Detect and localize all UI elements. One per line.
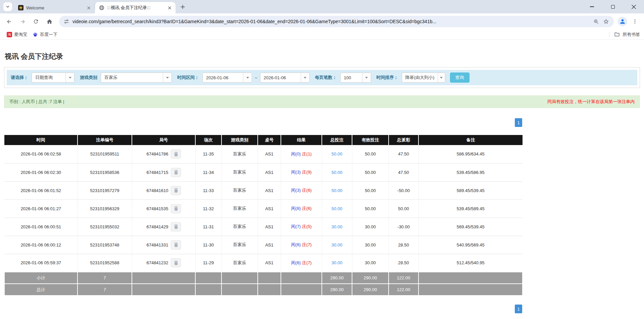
tab-welcome[interactable]: Welcome [14, 2, 95, 13]
baidu-paw-icon [33, 32, 38, 37]
currency-summary: 币别 : 人民币 | 总共 :7 注单 | [9, 99, 64, 105]
search-button[interactable]: 查询 [450, 73, 469, 83]
column-header: 总投注 [322, 135, 352, 145]
cell-session: 11-30 [195, 236, 221, 254]
tab-close-icon[interactable] [167, 5, 172, 10]
cell-session: 11-33 [195, 181, 221, 199]
back-button[interactable] [3, 16, 15, 27]
total-bet-link[interactable]: 30.00 [332, 242, 343, 247]
result-player: 闲(3) [291, 170, 301, 175]
select-type-dropdown[interactable]: 日期查询 [32, 73, 75, 83]
bookmark-taobao[interactable]: 淘 爱淘宝 [4, 31, 30, 39]
cell-total-bet: 50.00 [322, 181, 352, 199]
url-text[interactable]: videoie.com/game/betrecord_search/kind3?… [72, 19, 590, 24]
video-replay-icon [173, 151, 179, 157]
tab-betrecord[interactable]: :::视讯 会员下注纪录::: [95, 2, 176, 13]
cell-payout: 47.50 [389, 145, 418, 163]
chevron-down-icon[interactable] [243, 73, 252, 82]
total-bet-link[interactable]: 50.00 [332, 206, 343, 211]
table-header-row: 时间注单编号局号场次游戏类别桌号结果总投注有效投注总派彩备注 [4, 135, 523, 145]
cell-result: 闲(3) 庄(9) [281, 163, 322, 181]
cell-total-bet: 50.00 [322, 199, 352, 218]
video-replay-icon [173, 260, 179, 266]
tab-search-button[interactable] [3, 2, 12, 11]
sort-dropdown[interactable]: 降幂(由大到小) [402, 73, 445, 83]
cell-total-bet: 30.00 [322, 254, 352, 272]
cell-time: 2026-01-06 06:01:52 [4, 181, 78, 199]
cell-valid-bet: 30.00 [352, 218, 389, 236]
chevron-down-icon[interactable] [163, 73, 171, 82]
cell-bet-id: 523101957279 [78, 181, 132, 199]
cell-payout: 50.00 [389, 199, 418, 218]
column-header: 桌号 [258, 135, 281, 145]
cell-note: 589.45/539.45 [418, 181, 523, 199]
video-replay-button[interactable] [171, 240, 181, 249]
page-button[interactable]: 1 [515, 305, 522, 313]
address-bar[interactable]: videoie.com/game/betrecord_search/kind3?… [59, 16, 614, 27]
date-start-dropdown[interactable]: 2026-01-06 [202, 73, 252, 83]
video-replay-button[interactable] [171, 149, 181, 158]
reload-button[interactable] [30, 16, 42, 27]
cell-table-no: AS1 [258, 199, 281, 218]
tab-title: Welcome [26, 5, 83, 10]
forward-button[interactable] [17, 16, 28, 27]
cell-total-bet: 50.00 [322, 145, 352, 163]
cell-round: 674841331 [132, 236, 195, 254]
cell-bet-id: 523101958536 [78, 163, 132, 181]
date-end-dropdown[interactable]: 2026-01-06 [260, 73, 310, 83]
menu-icon[interactable] [629, 16, 641, 27]
new-tab-button[interactable] [178, 2, 187, 11]
all-bookmarks-label[interactable]: 所有书签 [623, 32, 640, 38]
game-kind-dropdown[interactable]: 百家乐 [101, 73, 172, 83]
globe-favicon-icon [99, 5, 104, 10]
bookmark-label: 爱淘宝 [14, 32, 27, 38]
bookmark-star-icon[interactable] [603, 18, 609, 25]
cell-valid-bet: 30.00 [352, 254, 389, 272]
chevron-down-icon[interactable] [362, 73, 371, 82]
site-info-icon[interactable] [64, 19, 69, 24]
total-bet-link[interactable]: 50.00 [332, 151, 343, 156]
zoom-icon[interactable] [593, 19, 599, 25]
result-banker: 庄(6) [302, 188, 312, 193]
cell-note: 512.45/540.95 [418, 254, 523, 272]
cell-table-no: AS1 [258, 254, 281, 272]
home-button[interactable] [44, 16, 55, 27]
per-page-label: 每页笔数： [315, 75, 337, 81]
total-bet-link[interactable]: 30.00 [332, 224, 343, 229]
video-replay-button[interactable] [171, 258, 181, 267]
minimize-button[interactable] [582, 0, 602, 13]
profile-avatar[interactable] [618, 17, 627, 26]
cell-note: 539.45/586.95 [418, 163, 523, 181]
per-page-dropdown[interactable]: 100 [340, 73, 371, 83]
cell-time: 2026-01-06 06:00:12 [4, 236, 78, 254]
round-number: 674841535 [146, 206, 168, 211]
foot-total-bet: 290.00 [322, 272, 352, 284]
bookmark-baidu[interactable]: 百度一下 [30, 31, 60, 39]
cell-payout: 28.50 [389, 254, 418, 272]
video-replay-button[interactable] [171, 222, 181, 231]
tab-close-icon[interactable] [86, 5, 91, 10]
round-number: 674841715 [146, 170, 168, 175]
close-button[interactable] [623, 0, 644, 13]
chevron-down-icon[interactable] [301, 73, 309, 82]
result-banker: 庄(1) [302, 151, 312, 156]
total-bet-link[interactable]: 50.00 [332, 170, 343, 175]
column-header: 结果 [281, 135, 322, 145]
cell-payout: 47.50 [389, 163, 418, 181]
cell-round: 674841610 [132, 181, 195, 199]
notice-text: 同局有效投注，统一计算在该局第一张注单内 [547, 99, 635, 105]
date-separator: ~ [255, 75, 257, 80]
bookmarks-bar: 淘 爱淘宝 百度一下 所有书签 [0, 30, 644, 40]
chevron-down-icon[interactable] [65, 73, 74, 82]
chevron-down-icon[interactable] [438, 73, 445, 82]
video-replay-button[interactable] [171, 168, 181, 177]
total-bet-link[interactable]: 30.00 [332, 260, 343, 265]
page-button[interactable]: 1 [515, 118, 522, 127]
total-bet-link[interactable]: 50.00 [332, 188, 343, 193]
cell-bet-id: 523101955032 [78, 218, 132, 236]
column-header: 场次 [195, 135, 221, 145]
maximize-button[interactable] [602, 0, 623, 13]
video-replay-button[interactable] [171, 186, 181, 195]
video-replay-button[interactable] [171, 204, 181, 213]
round-number: 674841610 [146, 188, 168, 193]
